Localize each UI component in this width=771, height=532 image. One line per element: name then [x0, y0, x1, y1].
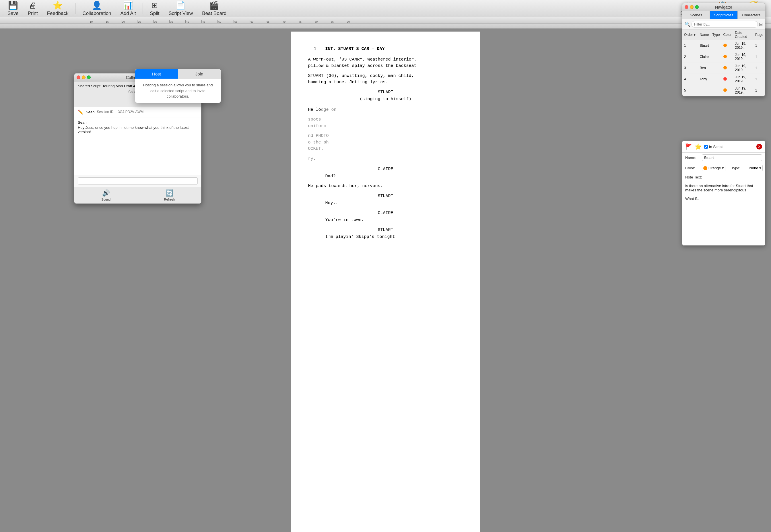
- pencil-icon: ✏️: [78, 109, 83, 115]
- col-name[interactable]: Name: [698, 30, 711, 40]
- tab-characters[interactable]: Characters: [738, 11, 765, 19]
- beat-board-button[interactable]: 🎬 Beat Board: [197, 0, 231, 18]
- navigator-panel: Navigator Scenes ScriptNotes Characters …: [682, 3, 765, 96]
- toolbar: 💾 Save 🖨 Print ⭐ Feedback 👤 Collaboratio…: [0, 0, 771, 17]
- note-text-area[interactable]: Is there an alternative intro for Stuart…: [682, 181, 765, 244]
- dialogue-5: I'm playin' Skipp's tonight: [325, 234, 446, 240]
- scene-number: 1: [314, 46, 316, 53]
- color-select[interactable]: Orange ▾: [702, 165, 725, 171]
- sound-label: Sound: [101, 198, 110, 201]
- in-script-label: In Script: [709, 145, 723, 149]
- name-input[interactable]: [702, 154, 762, 161]
- type-chevron-icon: ▾: [759, 166, 761, 170]
- color-label: Color:: [685, 166, 700, 170]
- secondary-ruler: [0, 24, 771, 29]
- name-label: Name:: [685, 156, 700, 160]
- collab-maximize-button[interactable]: [87, 75, 91, 79]
- add-alt-button[interactable]: 📊 Add Alt: [116, 0, 141, 18]
- table-row[interactable]: 2 Claire Jun 19, 2019... 1: [682, 51, 765, 63]
- script-page[interactable]: 1 INT. STUART'S CAR – DAY A worn-out, '9…: [291, 32, 480, 532]
- collab-close-button[interactable]: [77, 75, 80, 79]
- cell-color: [722, 74, 733, 85]
- cell-order: 2: [682, 51, 698, 63]
- join-button[interactable]: Join: [178, 69, 221, 79]
- cell-date: Jun 19, 2019...: [733, 63, 753, 74]
- maximize-button[interactable]: [695, 5, 699, 9]
- cell-order: 4: [682, 74, 698, 85]
- refresh-icon: 🔄: [166, 189, 173, 197]
- script-view-button[interactable]: 📄 Script View: [164, 0, 198, 18]
- type-select[interactable]: None ▾: [748, 165, 763, 171]
- sound-icon: 🔊: [102, 189, 110, 197]
- add-alt-icon: 📊: [123, 1, 133, 10]
- name-field-row: Name:: [682, 153, 765, 163]
- host-button[interactable]: Host: [135, 69, 178, 79]
- collaboration-icon: 👤: [92, 1, 102, 10]
- script-view-icon: 📄: [176, 1, 186, 10]
- minimize-button[interactable]: [690, 5, 694, 9]
- character-2: CLAIRE: [308, 166, 463, 173]
- col-page[interactable]: Page: [753, 30, 765, 40]
- grid-icon[interactable]: ⊞: [759, 22, 763, 27]
- search-icon: 🔍: [685, 22, 690, 27]
- flag-icon: 🚩: [685, 143, 692, 150]
- split-icon: ⊞: [151, 1, 158, 10]
- cell-color: [722, 51, 733, 63]
- col-type[interactable]: Type: [711, 30, 722, 40]
- action-2: STUART (36), unwitting, cocky, man child…: [308, 73, 463, 86]
- collab-user-row: ✏️ Sean Session ID: 3GJ-PD2V-AWM: [74, 107, 201, 117]
- refresh-button[interactable]: 🔄 Refresh: [138, 187, 201, 203]
- collab-minimize-button[interactable]: [82, 75, 86, 79]
- host-join-buttons: Host Join: [135, 69, 221, 79]
- search-input[interactable]: [692, 21, 758, 28]
- navigator-tabs: Scenes ScriptNotes Characters: [682, 11, 765, 19]
- cell-date: Jun 19, 2019...: [733, 40, 753, 51]
- print-button[interactable]: 🖨 Print: [23, 0, 42, 18]
- collaboration-label: Collaboration: [82, 11, 111, 16]
- refresh-label: Refresh: [164, 198, 175, 201]
- cell-type: [711, 74, 722, 85]
- tab-scriptnotes[interactable]: ScriptNotes: [710, 11, 737, 19]
- table-row[interactable]: 5 Jun 19, 2019... 1: [682, 85, 765, 96]
- table-row[interactable]: 1 Stuart Jun 19, 2019... 1: [682, 40, 765, 51]
- cell-name: Claire: [698, 51, 711, 63]
- star-icon: ⭐: [695, 143, 702, 150]
- cell-date: Jun 19, 2019...: [733, 51, 753, 63]
- cell-name: [698, 85, 711, 96]
- message-sender: Sean: [78, 120, 198, 125]
- cell-page: 1: [753, 74, 765, 85]
- close-button[interactable]: ✕: [756, 144, 762, 149]
- col-color[interactable]: Color: [722, 30, 733, 40]
- cell-type: [711, 40, 722, 51]
- action-6: ry.: [308, 156, 463, 162]
- in-script-checkbox[interactable]: [704, 145, 708, 149]
- beat-board-label: Beat Board: [202, 11, 226, 16]
- col-date[interactable]: Date Created: [733, 30, 753, 40]
- table-row[interactable]: 4 Tony Jun 19, 2019... 1: [682, 74, 765, 85]
- script-view-label: Script View: [169, 11, 193, 16]
- message-input[interactable]: [78, 177, 198, 185]
- collaboration-button[interactable]: 👤 Collaboration: [78, 0, 116, 18]
- navigator-search: 🔍 ⊞: [682, 19, 765, 30]
- cell-name: Ben: [698, 63, 711, 74]
- collab-input-area: [74, 175, 201, 187]
- feedback-button[interactable]: ⭐ Feedback: [42, 0, 73, 18]
- ruler: 10 15 20 25 30 35 40 45 50 55 60 65 70 7…: [0, 17, 771, 24]
- cell-order: 1: [682, 40, 698, 51]
- split-label: Split: [150, 11, 159, 16]
- in-script-check: In Script: [704, 145, 723, 149]
- cell-type: [711, 51, 722, 63]
- navigator-table: Order▼ Name Type Color Date Created Page…: [682, 30, 765, 96]
- dialogue-2: Dad?: [325, 173, 446, 180]
- cell-type: [711, 85, 722, 96]
- col-order[interactable]: Order▼: [682, 30, 698, 40]
- dialogue-4: You're in town.: [325, 217, 446, 224]
- split-button[interactable]: ⊞ Split: [145, 0, 164, 18]
- tab-scenes[interactable]: Scenes: [682, 11, 710, 19]
- save-button[interactable]: 💾 Save: [3, 0, 23, 18]
- cell-order: 5: [682, 85, 698, 96]
- close-button[interactable]: [685, 5, 688, 9]
- sound-button[interactable]: 🔊 Sound: [74, 187, 138, 203]
- collab-messages: Sean Hey Jess, once you hop in, let me k…: [74, 117, 201, 175]
- table-row[interactable]: 3 Ben Jun 19, 2019... 1: [682, 63, 765, 74]
